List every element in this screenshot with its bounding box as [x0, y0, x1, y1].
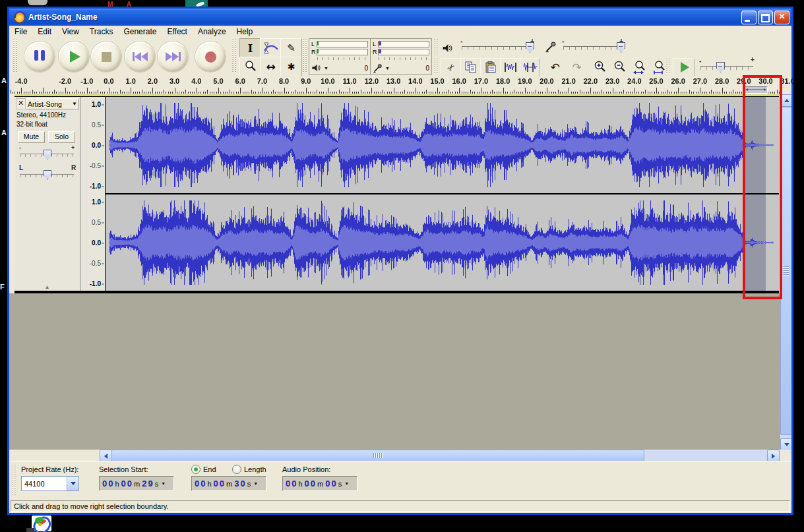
track-title-button[interactable]: Artist-Song ▼	[26, 98, 79, 109]
dropdown-arrow-icon[interactable]: ▼	[324, 66, 328, 71]
ruler-label: 9.0	[301, 77, 311, 85]
project-rate-combo[interactable]: 44100	[21, 476, 79, 491]
track-menu-arrow-icon: ▼	[71, 101, 78, 107]
pause-button[interactable]	[24, 42, 55, 72]
mute-button[interactable]: Mute	[18, 131, 45, 143]
draw-tool-button[interactable]: ✎	[280, 38, 302, 58]
input-volume-slider[interactable]	[563, 46, 623, 50]
skip-to-start-button[interactable]	[125, 42, 155, 72]
record-button[interactable]	[195, 42, 226, 72]
selection-toolbar-grip[interactable]	[12, 465, 16, 495]
multi-tool-button[interactable]: ✱	[280, 57, 302, 76]
recording-meter[interactable]: L R ▼ 0	[370, 38, 432, 75]
maximize-button[interactable]	[758, 11, 773, 24]
menu-help[interactable]: Help	[232, 27, 259, 36]
edit-toolbar-grip[interactable]	[434, 59, 439, 74]
playback-speed-slider-thumb[interactable]	[716, 62, 725, 73]
timeline-ruler[interactable]: -4.0-2.0-1.00.01.02.03.04.05.06.07.08.09…	[9, 76, 791, 95]
ruler-label: 14.0	[408, 77, 422, 85]
meter-r-label: R	[373, 49, 378, 55]
meter-tick	[317, 42, 319, 45]
waveform-display[interactable]	[106, 97, 779, 291]
tools-toolbar-grip[interactable]	[232, 40, 237, 73]
ruler-label: 20.0	[540, 77, 553, 85]
pan-slider-thumb[interactable]	[44, 170, 51, 180]
transport-toolbar-grip[interactable]	[13, 40, 18, 73]
field-dropdown-icon[interactable]: ▼	[161, 481, 166, 486]
waveform-left-channel[interactable]	[106, 97, 779, 193]
track-close-button[interactable]: ✕	[16, 98, 26, 109]
end-radio[interactable]: End	[191, 465, 216, 474]
ruler-label: 26.0	[671, 77, 685, 85]
timeshift-tool-button[interactable]: ↔	[260, 57, 282, 76]
transcription-toolbar-grip[interactable]	[666, 59, 671, 74]
playback-meter[interactable]: L R ▼ 0	[309, 38, 371, 75]
input-volume-slider-thumb[interactable]	[617, 42, 625, 53]
gain-minus-label: -	[19, 144, 21, 151]
vertical-ruler[interactable]: 1.0 0.5 0.0 -0.5 -1.0 1.0 0.5 0.0 -0.5 -…	[80, 97, 106, 291]
play-button[interactable]	[59, 42, 89, 72]
vruler-label: -1.0	[90, 280, 101, 287]
menu-tracks[interactable]: Tracks	[84, 27, 119, 36]
selection-start-field[interactable]: 00h 00m 29s ▼	[99, 476, 174, 491]
meter-toolbar-grip[interactable]	[303, 40, 307, 73]
field-dropdown-icon[interactable]: ▼	[344, 481, 349, 486]
play-at-speed-button[interactable]	[673, 58, 695, 76]
stop-button[interactable]	[91, 42, 121, 72]
menu-effect[interactable]: Effect	[162, 27, 192, 36]
combo-arrow-icon[interactable]	[67, 477, 78, 490]
length-radio-label: Length	[244, 465, 266, 473]
menu-generate[interactable]: Generate	[118, 27, 162, 36]
silence-button[interactable]	[520, 58, 540, 76]
paste-button[interactable]	[480, 58, 501, 76]
envelope-icon	[263, 42, 279, 55]
dropdown-arrow-icon[interactable]: ▼	[385, 66, 390, 71]
desktop-icon-letter: A	[1, 76, 7, 84]
fit-selection-button[interactable]	[629, 58, 650, 76]
mixer-toolbar-grip[interactable]	[434, 39, 439, 56]
output-volume-slider-thumb[interactable]	[526, 42, 534, 53]
desktop-icon-fragment	[28, 0, 47, 5]
meter-zero-label: 0	[364, 65, 368, 72]
minimize-button[interactable]	[741, 11, 757, 24]
redo-button[interactable]: ↷	[567, 58, 587, 76]
silence-icon	[523, 61, 538, 73]
menu-edit[interactable]: Edit	[32, 27, 57, 36]
pause-icon	[33, 50, 46, 63]
ruler-label: 27.0	[693, 77, 707, 85]
gain-slider-thumb[interactable]	[44, 150, 51, 160]
audio-track[interactable]: ✕ Artist-Song ▼ Stereo, 44100Hz 32-bit f…	[15, 94, 779, 297]
copy-button[interactable]	[460, 58, 481, 76]
cut-button[interactable]: ✂	[441, 58, 461, 76]
selection-tool-button[interactable]: I	[239, 38, 261, 58]
playback-speed-slider[interactable]	[700, 66, 753, 70]
ruler-label: 21.0	[561, 77, 575, 85]
status-bar: Click and drag to move right selection b…	[9, 499, 791, 513]
track-collapse-button[interactable]: ▲	[15, 284, 80, 290]
length-radio[interactable]: Length	[232, 465, 266, 474]
menu-analyze[interactable]: Analyze	[193, 27, 232, 36]
desktop-shortcut-icon[interactable]	[32, 516, 51, 531]
close-button[interactable]: ✕	[774, 11, 789, 24]
trim-button[interactable]	[500, 58, 520, 76]
multi-tool-icon: ✱	[288, 61, 295, 72]
zoom-tool-button[interactable]	[239, 57, 261, 76]
output-volume-slider[interactable]	[462, 46, 534, 50]
undo-button[interactable]: ↶	[545, 58, 565, 76]
ibeam-icon: I	[248, 42, 253, 55]
menu-file[interactable]: File	[9, 27, 32, 36]
title-bar[interactable]: Artist-Song_Name ✕	[9, 9, 791, 26]
audio-position-field[interactable]: 00h 00m 00s ▼	[282, 476, 357, 491]
solo-button[interactable]: Solo	[48, 131, 75, 143]
ruler-label: 25.0	[649, 77, 663, 85]
zoom-out-button[interactable]	[609, 58, 630, 76]
menu-view[interactable]: View	[57, 27, 84, 36]
waveform-right-channel[interactable]	[106, 194, 779, 291]
selection-end-field[interactable]: 00h 00m 30s ▼	[191, 476, 266, 491]
zoom-in-button[interactable]	[590, 58, 610, 76]
envelope-tool-button[interactable]	[260, 38, 282, 58]
scroll-down-button[interactable]	[780, 438, 791, 450]
field-dropdown-icon[interactable]: ▼	[253, 481, 258, 486]
track-format-info: Stereo, 44100Hz	[16, 111, 66, 119]
skip-to-end-button[interactable]	[158, 42, 188, 72]
